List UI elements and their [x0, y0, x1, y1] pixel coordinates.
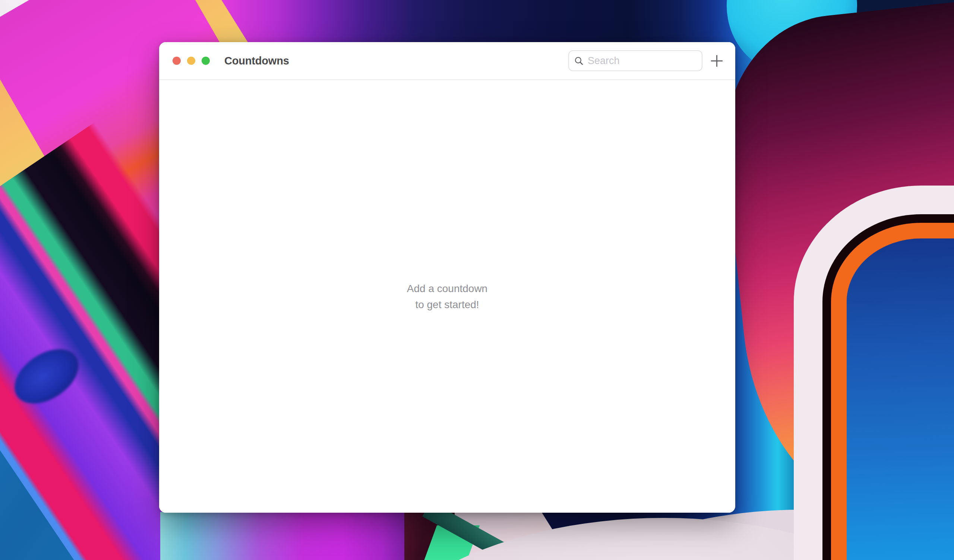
- titlebar-right: [568, 50, 735, 71]
- add-icon: [710, 54, 723, 67]
- empty-state-line2: to get started!: [407, 297, 488, 313]
- minimize-button[interactable]: [187, 57, 195, 65]
- traffic-lights: [173, 57, 210, 65]
- countdown-list-area: Add a countdown to get started!: [159, 80, 735, 513]
- desktop: Countdowns Add a c: [0, 0, 954, 560]
- search-field[interactable]: [568, 50, 703, 71]
- search-icon: [574, 56, 584, 66]
- search-input[interactable]: [588, 55, 702, 67]
- add-countdown-button[interactable]: [708, 53, 725, 69]
- empty-state-message: Add a countdown to get started!: [407, 280, 488, 313]
- wallpaper-under-glow: [160, 512, 421, 560]
- empty-state-line1: Add a countdown: [407, 280, 488, 297]
- wallpaper-blue-circle: [846, 238, 954, 560]
- titlebar[interactable]: Countdowns: [159, 42, 735, 80]
- countdowns-window: Countdowns Add a c: [159, 42, 735, 513]
- window-title: Countdowns: [224, 55, 289, 67]
- close-button[interactable]: [173, 57, 181, 65]
- zoom-button[interactable]: [202, 57, 210, 65]
